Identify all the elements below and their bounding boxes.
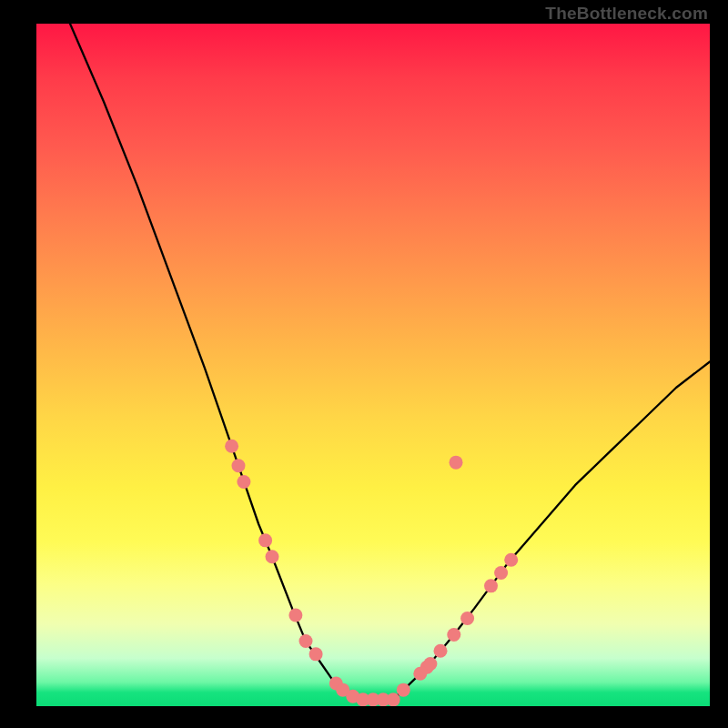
curve-marker — [299, 634, 313, 648]
curve-marker — [346, 690, 359, 703]
curve-marker — [258, 533, 272, 547]
curve-marker — [377, 693, 390, 706]
curve-marker — [288, 609, 302, 622]
curve-marker — [494, 566, 508, 580]
chart-svg — [36, 24, 710, 706]
curve-marker — [423, 657, 437, 671]
curve-marker — [504, 553, 518, 567]
curve-marker — [266, 550, 279, 563]
curve-marker — [434, 644, 448, 658]
curve-marker — [309, 647, 323, 661]
curve-path — [70, 24, 710, 700]
curve-marker — [336, 683, 349, 697]
curve-marker — [232, 459, 246, 472]
curve-marker — [329, 677, 343, 691]
curve-marker — [413, 667, 427, 681]
bottleneck-curve — [70, 24, 710, 700]
curve-marker — [356, 693, 369, 706]
curve-markers — [225, 440, 518, 706]
curve-marker — [450, 456, 463, 470]
curve-marker — [484, 579, 498, 592]
curve-marker — [420, 661, 434, 674]
curve-marker — [387, 693, 400, 706]
curve-marker — [237, 475, 250, 489]
curve-marker — [447, 628, 460, 642]
curve-marker — [460, 612, 474, 625]
curve-marker — [367, 693, 380, 706]
curve-marker — [397, 683, 410, 697]
chart-plot-area — [36, 24, 710, 706]
curve-marker — [225, 440, 238, 453]
chart-frame: TheBottleneck.com — [0, 0, 728, 728]
attribution-label: TheBottleneck.com — [545, 4, 708, 24]
